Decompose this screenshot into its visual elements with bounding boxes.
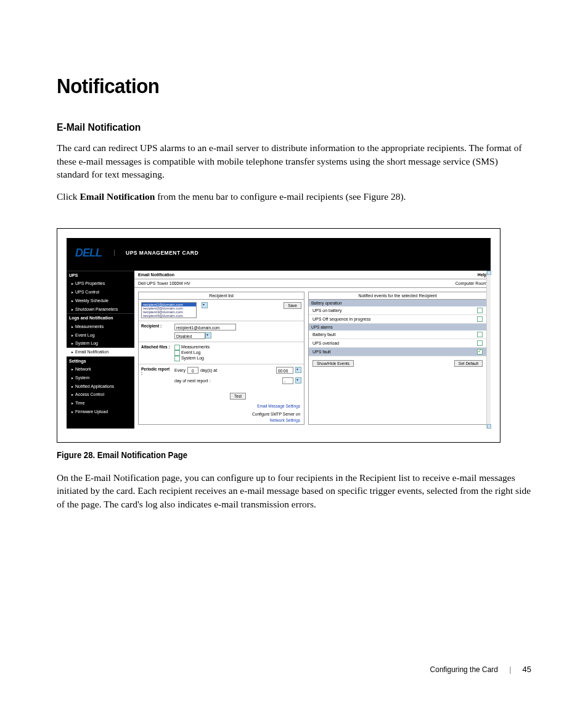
app-header: DELL UPS MANAGEMENT CARD (67, 238, 491, 271)
next-report-select[interactable]: - (282, 377, 293, 384)
event-label: Battery fault (312, 332, 335, 337)
app-title: UPS MANAGEMENT CARD (114, 250, 198, 256)
save-button[interactable]: Save (284, 302, 301, 309)
scrollbar[interactable] (486, 271, 491, 429)
app-body: UPS UPS Properties UPS Control Weekly Sc… (67, 271, 491, 429)
page-footer: Configuring the Card | 45 (424, 665, 531, 674)
sidebar-item-system[interactable]: System (67, 374, 134, 382)
page-title: Email Notification (138, 273, 174, 277)
device-bar: Dell UPS Tower 1000W HV Computer Room (134, 279, 491, 288)
sidebar-item-network[interactable]: Network (67, 365, 134, 374)
chevron-down-icon[interactable] (205, 332, 211, 339)
recipient-panel: Recipient list recipient1@domain.com rec… (138, 292, 304, 425)
set-default-button[interactable]: Set Default (454, 360, 483, 367)
sidebar-item-time[interactable]: Time (67, 399, 134, 408)
time-select[interactable]: 00:00 (276, 367, 293, 374)
show-hide-events-button[interactable]: Show/Hide Events (312, 360, 354, 367)
event-checkbox[interactable] (477, 308, 483, 313)
checkbox-label: System Log (181, 356, 204, 360)
checkbox-label: Measurements (181, 345, 210, 349)
footer-chapter: Configuring the Card (430, 665, 498, 674)
email-message-settings-link[interactable]: Email Message Settings (257, 404, 300, 408)
bold-text: Email Notification (80, 191, 155, 202)
event-label: UPS overload (312, 341, 339, 345)
enabled-select[interactable]: Disabled (174, 332, 205, 339)
next-report-label: day of next report : (174, 379, 210, 383)
days-at-label: day(s) at (200, 368, 217, 372)
paragraph: Click Email Notification from the menu b… (57, 190, 531, 203)
event-section-alarms: UPS alarms (309, 324, 486, 330)
events-heading: Notified events for the selected Recipie… (309, 292, 486, 300)
figure-caption: Figure 28. Email Notification Page (57, 450, 503, 460)
events-panel: Notified events for the selected Recipie… (308, 292, 487, 425)
app-frame: DELL UPS MANAGEMENT CARD UPS UPS Propert… (67, 238, 491, 429)
sidebar-item-ups-properties[interactable]: UPS Properties (67, 279, 134, 288)
event-checkbox[interactable] (477, 332, 483, 337)
main-content: Email Notification Help Dell UPS Tower 1… (134, 271, 491, 429)
sidebar-heading-settings: Settings (67, 356, 134, 366)
event-label: UPS Off sequence in progress (312, 317, 370, 321)
every-label: Every (174, 368, 186, 372)
sidebar-item-measurements[interactable]: Measurements (67, 322, 134, 331)
days-input[interactable]: 0 (187, 367, 198, 374)
footer-page-number: 45 (523, 665, 531, 674)
recipient-list-heading: Recipient list (139, 292, 304, 300)
test-button[interactable]: Test (230, 393, 246, 400)
event-checkbox[interactable] (477, 340, 483, 346)
footer-separator: | (509, 665, 511, 674)
sidebar-item-email-notification[interactable]: Email Notification (67, 348, 134, 356)
text: Click (57, 191, 80, 202)
system-log-checkbox[interactable] (174, 356, 180, 361)
configure-smtp-label: Configure SMTP Server on (252, 412, 300, 416)
help-link[interactable]: Help (478, 273, 487, 277)
dell-logo: DELL (75, 247, 102, 260)
chevron-down-icon[interactable] (295, 367, 301, 373)
location-name: Computer Room (455, 281, 487, 285)
recipient-input[interactable]: recipient1@domain.com (174, 324, 236, 330)
page-heading: Notification (57, 74, 493, 98)
event-checkbox[interactable] (477, 349, 483, 355)
event-log-checkbox[interactable] (174, 350, 180, 356)
checkbox-label: Event Log (181, 350, 201, 355)
attached-files-label: Attached files : (141, 345, 171, 349)
chevron-down-icon[interactable] (295, 377, 301, 384)
measurements-checkbox[interactable] (174, 345, 180, 350)
event-label: UPS on battery (312, 308, 341, 313)
paragraph: On the E-mail Notification page, you can… (57, 471, 531, 511)
sidebar-heading-ups: UPS (67, 271, 134, 280)
sidebar-item-firmware-upload[interactable]: Firmware Upload (67, 408, 134, 416)
chevron-down-icon[interactable] (202, 302, 208, 308)
sidebar-item-access-control[interactable]: Access Control (67, 390, 134, 399)
network-settings-link[interactable]: Network Settings (270, 418, 300, 422)
figure-screenshot: DELL UPS MANAGEMENT CARD UPS UPS Propert… (57, 228, 500, 443)
event-label: UPS fault (312, 350, 331, 354)
sidebar-item-shutdown-parameters[interactable]: Shutdown Parameters (67, 305, 134, 314)
event-section-battery: Battery operation (309, 300, 486, 306)
sidebar-item-notified-applications[interactable]: Notified Applications (67, 382, 134, 391)
recipient-label: Recipient : (141, 324, 171, 328)
device-name: Dell UPS Tower 1000W HV (138, 281, 190, 285)
event-checkbox[interactable] (477, 316, 483, 322)
sidebar-item-event-log[interactable]: Event Log (67, 331, 134, 340)
sidebar-heading-logs: Logs and Notification (67, 313, 134, 322)
text: from the menu bar to configure e-mail re… (155, 191, 406, 202)
list-item[interactable]: recipient4@domain.com (142, 314, 196, 318)
recipient-listbox[interactable]: recipient1@domain.com recipient2@domain.… (141, 302, 197, 318)
sidebar-item-weekly-schedule[interactable]: Weekly Schedule (67, 297, 134, 305)
sidebar-item-ups-control[interactable]: UPS Control (67, 288, 134, 297)
sidebar: UPS UPS Properties UPS Control Weekly Sc… (67, 271, 134, 429)
page-title-bar: Email Notification Help (134, 271, 491, 279)
sidebar-item-system-log[interactable]: System Log (67, 339, 134, 348)
periodic-report-label: Periodic report : (141, 367, 171, 376)
section-heading: E-Mail Notification (57, 121, 493, 134)
paragraph: The card can redirect UPS alarms to an e… (57, 141, 531, 181)
